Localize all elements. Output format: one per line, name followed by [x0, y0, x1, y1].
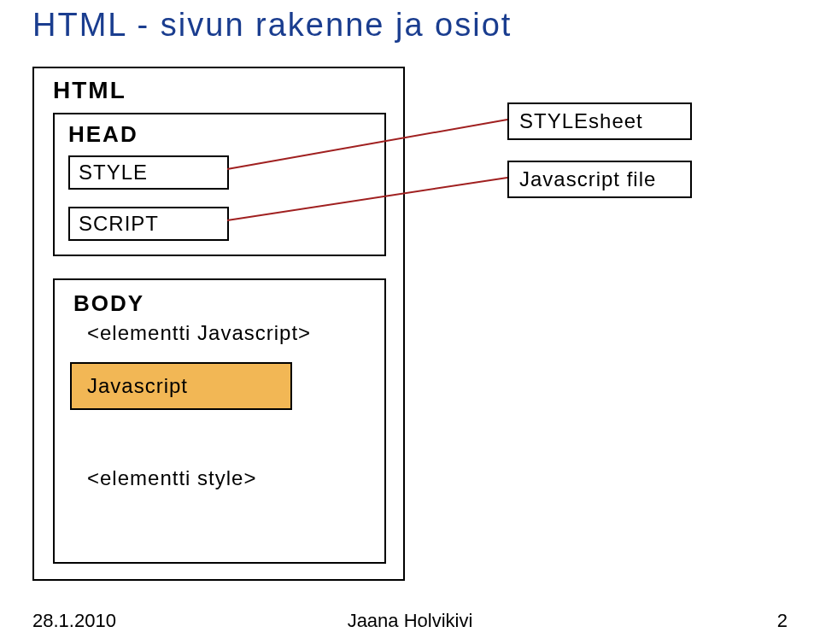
html-box: HTML HEAD STYLE SCRIPT BODY <elementti J…	[32, 67, 405, 581]
footer-page-number: 2	[777, 610, 788, 632]
head-label: HEAD	[68, 121, 138, 148]
body-box: BODY <elementti Javascript> Javascript <…	[53, 278, 386, 564]
jsfile-box: Javascript file	[507, 161, 692, 198]
footer-author: Jaana Holvikivi	[0, 610, 820, 632]
body-label: BODY	[73, 290, 144, 317]
element-javascript-label: <elementti Javascript>	[87, 321, 311, 345]
script-box: SCRIPT	[68, 207, 229, 241]
element-style-label: <elementti style>	[87, 466, 256, 490]
slide-title: HTML - sivun rakenne ja osiot	[32, 7, 512, 44]
javascript-box: Javascript	[70, 362, 292, 410]
stylesheet-box: STYLEsheet	[507, 102, 692, 140]
head-box: HEAD STYLE SCRIPT	[53, 113, 386, 256]
style-box: STYLE	[68, 155, 229, 190]
html-label: HTML	[53, 77, 126, 104]
